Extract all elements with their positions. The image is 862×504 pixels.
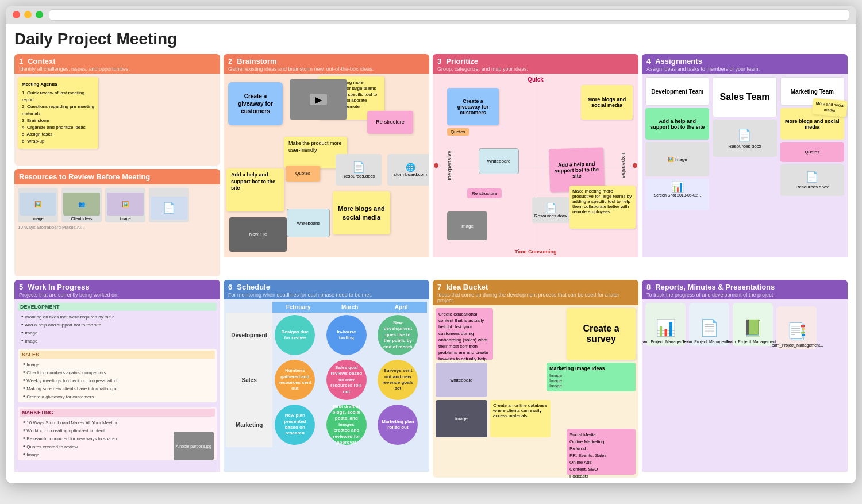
team-development: Development Team Add a help and support … [645,77,709,210]
assign-helpbot[interactable]: Add a help and support bot to the site [645,108,709,140]
close-button[interactable] [13,11,20,18]
brainstorm-whiteboard: whiteboard [287,209,330,237]
brainstorm-subtitle: Gather existing ideas and brainstorm new… [228,66,374,72]
sticky-moreblog-prioritize[interactable]: More blogs and social media [581,85,633,120]
wip-sales-item-5: Create a giveaway for customers [20,393,215,400]
schedule-table: February March April Development Designs… [226,302,427,447]
sticky-giveaway-brainstorm[interactable]: Create a giveaway for customers [228,82,283,125]
brainstorm-doc-card-2: 🌐 stormboard.com [387,154,429,186]
brainstorm-image-card: New File [229,217,287,252]
wip-marketing-group: MARKETING 10 Ways Stormboard Makes All Y… [18,407,217,460]
cell-sales-mar-inner[interactable]: Sales goal reviews based on new resource… [326,360,367,400]
sticky-giveaway-prioritize[interactable]: Create a giveaway for customers [447,88,499,125]
sticky-blogs-social-brainstorm[interactable]: More blogs and social media [333,191,390,234]
resources-ai-label: 10 Ways Stormboard Makes AI... [18,225,217,230]
idea-educational[interactable]: Create educational content that is actua… [436,308,493,360]
brainstorm-title: Brainstorm [237,57,276,66]
wip-marketing-image: A noble purpose.jpg [174,432,214,460]
col-apr: April [375,302,427,313]
more-social-note: More and social media [812,98,848,117]
reports-header: 8 Reports, Minutes & Presentations To tr… [642,280,848,299]
prioritize-body: Quick Time Consuming Inexpensive Expensi… [433,74,638,257]
wip-body: DEVELOPMENT Working on fixes that were r… [14,299,220,472]
resources-header: Resources to Review Before Meeting [14,169,220,184]
assignments-title: Assignments [655,57,702,66]
cell-sales-apr-inner[interactable]: Surveys sent out and new revenue goals s… [378,360,418,400]
sticky-restructure-1[interactable]: Re-structure [367,111,413,134]
team-sales: Sales Team 📄 Resources.docx [713,77,776,210]
wip-sales-title: SALES [20,351,215,359]
app-window: Daily Project Meeting 1 Context Identify… [6,6,856,483]
brainstorm-doc-card-1: 📄 Resources.docx [336,154,382,186]
cell-mkt-apr-inner[interactable]: Marketing plan rolled out [378,405,418,445]
resource-image-1[interactable]: 🖼️ image [18,188,58,222]
assign-moreblog[interactable]: More blogs and social media More and soc… [780,108,844,140]
assign-dev-image[interactable]: 🖼️ image [645,142,709,176]
idea-social-list[interactable]: Social MediaOnline MarketingReferralPR, … [567,429,636,475]
sticky-meeting-prioritize[interactable]: Make meeting more productive for large t… [569,186,636,229]
wip-dev-item-2: Add a help and support bot to the site [18,321,217,328]
idea-database[interactable]: Create an online database where clients … [490,400,551,437]
cell-sales-apr: Surveys sent out and new revenue goals s… [375,357,427,402]
cell-dev-apr-inner[interactable]: New development goes live to the public … [378,315,418,355]
image-prioritize: image [447,211,487,240]
board-grid: 1 Context Identify all challenges, issue… [14,54,848,478]
schedule-title: Schedule [237,283,270,291]
section-context: 1 Context Identify all challenges, issue… [14,54,220,166]
cell-dev-feb: Designs due for review [272,313,324,357]
assignments-grid: Development Team Add a help and support … [645,77,844,210]
report-card-3[interactable]: 📗 Team_Project_Management... [733,303,773,346]
section-prioritize: 3 Prioritize Group, categorize, and map … [433,54,638,276]
cell-dev-mar-inner[interactable]: In-house testing [326,315,367,355]
section-brainstorm: 2 Brainstorm Gather existing ideas and b… [224,54,429,276]
idea-image: image [436,400,487,437]
wip-title: Work In Progress [28,283,89,291]
sticky-quotes-prioritize[interactable]: Quotes [447,128,469,136]
wip-sales-item-1: Image [20,360,215,368]
cell-mkt-mar-inner[interactable]: First draft of blogs, social posts, and … [326,405,367,445]
schedule-body: February March April Development Designs… [224,299,429,472]
reports-items-container: 📊 Team_Project_Management... 📄 Team_Proj… [645,303,844,349]
cell-mkt-feb-inner[interactable]: New plan presented based on research [275,405,315,445]
cell-dev-mar: In-house testing [324,313,376,357]
assignments-body: Development Team Add a help and support … [642,74,848,257]
report-icon-3: 📗 [743,318,763,337]
assign-quotes[interactable]: Quotes [780,142,844,162]
maximize-button[interactable] [36,11,43,18]
wip-dev-item-1: Working on fixes that were required by t… [18,313,217,320]
address-bar[interactable] [49,9,849,21]
context-num: 1 [19,57,23,66]
report-label-4: Team_Project_Management... [769,343,823,347]
idea-marketing-ideas[interactable]: Marketing Image Ideas ImageImageImage [547,363,636,391]
report-card-1[interactable]: 📊 Team_Project_Management... [645,303,686,346]
section-wip: 5 Work In Progress Projects that are cur… [14,280,220,478]
reports-num: 8 [646,283,651,291]
assign-sales-doc[interactable]: 📄 Resources.docx [713,120,776,157]
resource-client-ideas[interactable]: 👥 Client Ideas [61,188,102,222]
sticky-helpbot-brainstorm[interactable]: Add a help and support bot to the site [226,168,284,211]
team-marketing: Marketing Team More blogs and social med… [780,77,844,210]
section-assignments: 4 Assignments Assign ideas and tasks to … [642,54,848,276]
row-sales-label: Sales [226,357,272,402]
wip-sales-item-4: Making sure new clients have information… [20,384,215,392]
report-card-4[interactable]: 📑 Team_Project_Management... [776,306,817,349]
prioritize-num: 3 [437,57,441,66]
prioritize-subtitle: Group, categorize, and map your ideas. [437,66,528,72]
sticky-quotes-brainstorm[interactable]: Quotes [286,166,320,182]
team-dev-header: Development Team [645,77,709,106]
idea-survey[interactable]: Create a survey [567,308,636,360]
main-content: Daily Project Meeting 1 Context Identify… [6,24,856,483]
resources-items: 🖼️ image 👥 Client Ideas 🖼️ image 📄 [18,188,217,222]
resource-image-2[interactable]: 🖼️ image [105,188,145,222]
reports-subtitle: To track the progress of and development… [646,292,775,298]
cell-dev-feb-inner[interactable]: Designs due for review [275,315,315,355]
sticky-restructure-prioritize[interactable]: Re-structure [467,188,502,198]
minimize-button[interactable] [24,11,32,18]
reports-title: Reports, Minutes & Presentations [655,283,775,291]
cell-sales-feb-inner[interactable]: Numbers gathered and resources sent out [275,360,315,400]
report-icon-1: 📊 [656,318,676,337]
wip-dev-group: DEVELOPMENT Working on fixes that were r… [18,303,217,344]
report-card-2[interactable]: 📄 Team_Project_Management... [689,303,729,346]
wip-num: 5 [19,283,23,291]
resource-doc[interactable]: 📄 [149,188,189,222]
